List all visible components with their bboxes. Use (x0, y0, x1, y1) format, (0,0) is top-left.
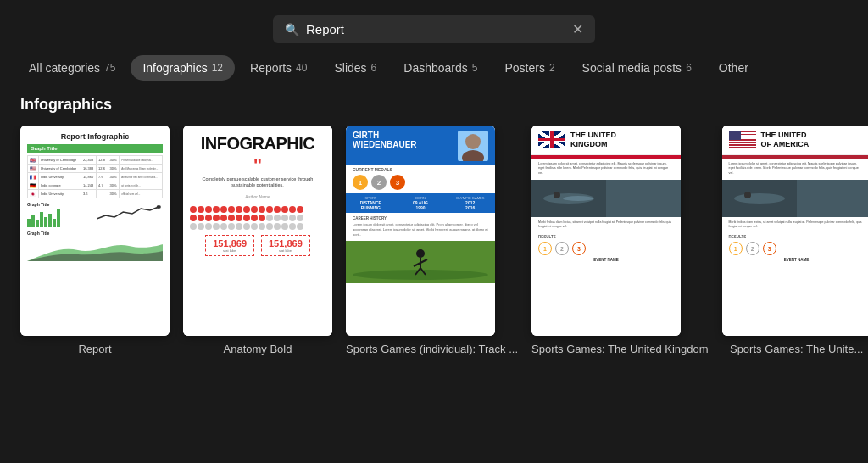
tab-label: Social media posts (582, 61, 682, 75)
close-icon[interactable]: ✕ (572, 23, 583, 36)
tab-all-categories[interactable]: All categories 75 (17, 55, 127, 81)
c5-heading: THE UNITED OF AMERICA (761, 131, 810, 149)
c2-stat2-label: stat label (269, 248, 303, 253)
card-thumbnail: THE UNITED OF AMERICA Lorem ipsum dolor … (722, 126, 868, 336)
c3-body-text: Lorem ipsum dolor sit amet, consectetur … (346, 222, 495, 237)
c2-title: INFOGRAPHIC (201, 134, 315, 153)
c1-title: Report Infographic (27, 132, 163, 141)
card-label: Sports Games: The Unite... (722, 343, 868, 355)
svg-point-14 (554, 192, 560, 198)
c4-uk-flag (538, 131, 565, 148)
card-sports-uk[interactable]: THE UNITED KINGDOM Lorem ipsum dolor sit… (531, 126, 709, 355)
svg-point-1 (465, 134, 481, 149)
c1-table: 🇬🇧University of Cambridge22,40812.830%Pr… (27, 155, 163, 198)
tab-badge: 12 (212, 62, 223, 74)
c4-event-label: EVENT NAME (531, 258, 681, 265)
c4-body-text: Lorem ipsum dolor sit amet, consectetur … (531, 159, 681, 180)
c4-medals-row: 1 2 3 (531, 240, 681, 258)
c1-graph-title2: Graph Title (27, 202, 94, 207)
tabs-container: All categories 75 Infographics 12 Report… (0, 55, 868, 92)
tab-badge: 6 (371, 62, 377, 74)
card-label: Sports Games (individual): Track ... (346, 343, 518, 355)
tab-label: Dashboards (403, 61, 468, 75)
search-bar: 🔍 ✕ (273, 15, 595, 43)
c2-stats-row: 151,869 stat label 151,869 stat label (190, 235, 326, 256)
section-title: Infographics (0, 92, 868, 126)
c4-results-label: RESULTS (531, 232, 681, 240)
c2-stat1-label: stat label (213, 248, 247, 253)
card-thumbnail: Report Infographic Graph Title 🇬🇧Univers… (20, 126, 170, 336)
c5-body-text2: Morbi finibus diam lectus, sit amet volu… (722, 217, 868, 233)
card-label: Sports Games: The United Kingdom (531, 343, 709, 355)
c1-graph-title: Graph Title (27, 144, 163, 153)
tab-social-media-posts[interactable]: Social media posts 6 (570, 55, 704, 81)
tab-badge: 75 (104, 62, 115, 74)
tab-label: Other (719, 61, 748, 75)
tab-slides[interactable]: Slides 6 (322, 55, 388, 81)
card-thumbnail: INFOGRAPHIC " Completely pursue scalable… (183, 126, 332, 336)
c4-body-text2: Morbi finibus diam lectus, sit amet volu… (531, 217, 681, 233)
c3-medal-gold: 1 (353, 175, 368, 190)
tab-label: Slides (334, 61, 366, 75)
c5-medal-bronze: 3 (763, 242, 776, 255)
search-container: 🔍 ✕ (0, 0, 868, 55)
c1-graph-title-bottom: Graph Title (27, 231, 163, 236)
c5-medals-row: 1 2 3 (722, 240, 868, 258)
c3-medals-row: 1 2 3 (346, 173, 495, 193)
tab-dashboards[interactable]: Dashboards 5 (392, 55, 489, 81)
c3-medals-label: CURRENT MEDALS (346, 165, 495, 173)
tab-label: Infographics (142, 61, 207, 75)
c5-event-label: EVENT NAME (722, 258, 868, 265)
c2-stat1: 151,869 (213, 238, 247, 248)
c2-body-text: Completely pursue scalable customer serv… (190, 176, 326, 189)
c3-medal-bronze: 3 (390, 175, 405, 190)
tab-posters[interactable]: Posters 2 (492, 55, 566, 81)
svg-point-19 (744, 192, 751, 198)
tab-badge: 5 (472, 62, 478, 74)
cards-grid: Report Infographic Graph Title 🇬🇧Univers… (0, 126, 868, 355)
tab-label: Posters (504, 61, 544, 75)
card-label: Report (20, 343, 170, 355)
tab-other[interactable]: Other (707, 55, 760, 81)
tab-infographics[interactable]: Infographics 12 (131, 55, 235, 81)
c4-medal-bronze: 3 (572, 242, 586, 255)
card-sports-us[interactable]: THE UNITED OF AMERICA Lorem ipsum dolor … (722, 126, 868, 355)
tab-label: All categories (29, 61, 100, 75)
c5-action-photo (722, 180, 868, 217)
c4-heading: THE UNITED KINGDOM (570, 131, 616, 149)
card-anatomy-bold[interactable]: INFOGRAPHIC " Completely pursue scalable… (183, 126, 332, 355)
search-icon: 🔍 (285, 23, 299, 36)
card-thumbnail: THE UNITED KINGDOM Lorem ipsum dolor sit… (531, 126, 681, 336)
card-label: Anatomy Bold (183, 343, 332, 355)
tab-reports[interactable]: Reports 40 (238, 55, 319, 81)
c5-us-flag (729, 131, 756, 148)
svg-point-15 (563, 196, 593, 201)
c2-author: Author Name (245, 194, 270, 199)
svg-point-0 (156, 205, 160, 209)
tab-badge: 40 (296, 62, 307, 74)
c4-medal-silver: 2 (555, 242, 569, 255)
svg-point-5 (416, 249, 425, 258)
tab-badge: 6 (686, 62, 692, 74)
search-input[interactable] (306, 22, 565, 36)
c4-action-photo (531, 180, 681, 217)
c5-medal-silver: 2 (746, 242, 760, 255)
svg-point-4 (353, 270, 488, 280)
c2-quote-icon: " (253, 158, 262, 173)
card-thumbnail: GIRTH WIEDENBAUER CURRENT MEDALS 1 2 3 (346, 126, 495, 336)
c3-athlete-name: GIRTH WIEDENBAUER (353, 131, 417, 149)
c3-stats-row: SPORT DISTANCE RUNNING BORN 09 AUG 1990 … (346, 193, 495, 213)
c3-medal-silver: 2 (371, 175, 387, 190)
card-sports-individual[interactable]: GIRTH WIEDENBAUER CURRENT MEDALS 1 2 3 (346, 126, 518, 355)
c2-stat2: 151,869 (269, 238, 303, 248)
svg-point-18 (734, 193, 785, 204)
c5-body-text: Lorem ipsum dolor sit amet, consectetur … (722, 159, 868, 180)
c5-results-label: RESULTS (722, 232, 868, 240)
c2-icons-grid (190, 206, 326, 230)
svg-point-2 (462, 150, 484, 161)
c3-career-label: CAREER HISTORY (346, 213, 495, 222)
card-report[interactable]: Report Infographic Graph Title 🇬🇧Univers… (20, 126, 170, 355)
c3-action-photo (346, 241, 495, 283)
tab-label: Reports (250, 61, 292, 75)
c5-medal-gold: 1 (729, 242, 743, 255)
